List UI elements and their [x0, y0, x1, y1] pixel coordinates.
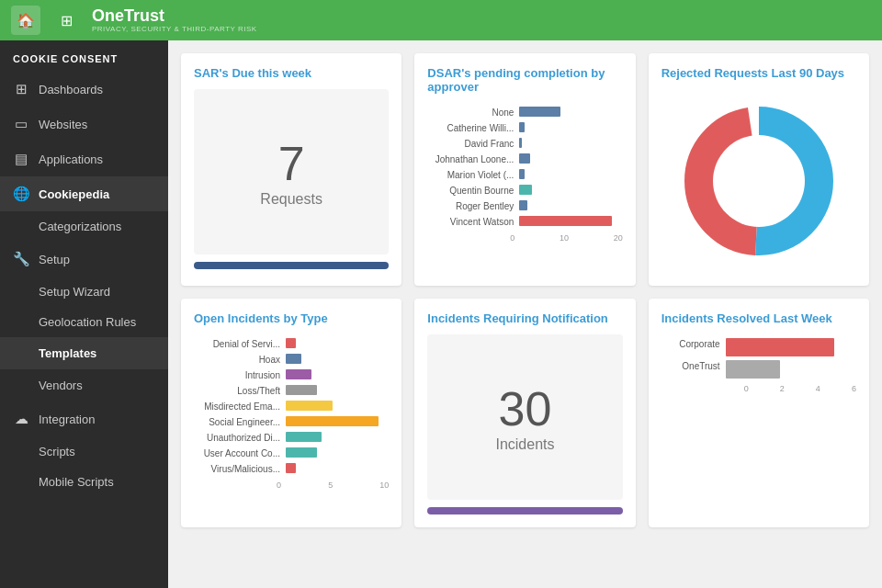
bar-track — [519, 107, 622, 118]
bar-track — [286, 447, 389, 458]
bar-label: None — [427, 107, 519, 118]
bar-fill — [286, 354, 301, 364]
bar-label: Hoax — [194, 355, 286, 365]
sidebar-label-templates: Templates — [39, 346, 96, 360]
setup-icon: 🔧 — [13, 251, 29, 267]
bar-fill — [286, 338, 296, 348]
sidebar-item-vendors[interactable]: Vendors — [0, 369, 168, 401]
brand: OneTrust PRIVACY, SECURITY & THIRD-PARTY… — [92, 7, 257, 34]
sidebar-label-vendors: Vendors — [39, 379, 83, 392]
bar-row: Marion Violet (... — [427, 169, 622, 180]
bar-fill — [726, 360, 780, 379]
bar-track — [519, 153, 622, 164]
top-nav: 🏠 ⊞ OneTrust PRIVACY, SECURITY & THIRD-P… — [0, 0, 882, 40]
grid-button[interactable]: ⊞ — [51, 6, 81, 35]
bar-row: Loss/Theft — [194, 385, 389, 396]
bar-track — [286, 432, 389, 443]
bar-track — [286, 354, 389, 365]
bar-fill — [519, 216, 612, 226]
dashboard-icon: ⊞ — [13, 81, 29, 97]
bar-row: Quentin Bourne — [427, 185, 622, 196]
bar-row: Virus/Malicious... — [194, 463, 389, 474]
bar-row: Intrusion — [194, 369, 389, 380]
bar-label: Marion Violet (... — [427, 170, 519, 180]
sidebar-item-cookiepedia[interactable]: 🌐 Cookiepedia — [0, 176, 168, 211]
sidebar-item-setup[interactable]: 🔧 Setup — [0, 242, 168, 277]
main-layout: COOKIE CONSENT ⊞ Dashboards ▭ Websites ▤… — [0, 40, 882, 588]
bar-fill — [519, 169, 525, 179]
bar-fill — [286, 401, 333, 411]
bar-row: Catherine Willi... — [427, 122, 622, 133]
bar-fill — [519, 153, 529, 164]
bar-row: Vincent Watson — [427, 216, 622, 227]
bar-label: Quentin Bourne — [427, 186, 519, 196]
dsar-chart: NoneCatherine Willi...David FrancJohnath… — [427, 103, 622, 246]
bar-row: Unauthorized Di... — [194, 432, 389, 443]
sidebar-item-setup-wizard[interactable]: Setup Wizard — [0, 277, 168, 307]
sidebar-item-scripts[interactable]: Scripts — [0, 436, 168, 467]
sidebar-item-categorizations[interactable]: Categorizations — [0, 211, 168, 242]
dashboard-grid: SAR's Due this week 7 Requests DSAR's pe… — [181, 53, 869, 527]
bar-track — [519, 200, 622, 211]
rejected-card-title: Rejected Requests Last 90 Days — [662, 66, 856, 80]
bar-label: User Account Co... — [194, 448, 286, 458]
bar-row: Social Engineer... — [194, 416, 389, 427]
sidebar-label-integration: Integration — [39, 413, 95, 426]
bar-label: Denial of Servi... — [194, 339, 286, 349]
sidebar-item-templates[interactable]: Templates — [0, 337, 168, 369]
sar-card-title: SAR's Due this week — [194, 66, 389, 80]
bar-label: Roger Bentley — [427, 201, 519, 211]
bar-fill — [519, 107, 560, 117]
bar-label: Virus/Malicious... — [194, 464, 286, 474]
brand-name: OneTrust — [92, 7, 257, 26]
bar-fill — [286, 416, 379, 426]
home-button[interactable]: 🏠 — [11, 6, 40, 35]
bar-row: Roger Bentley — [427, 200, 622, 211]
bar-track — [286, 401, 389, 412]
bar-row: Johnathan Loone... — [427, 153, 622, 164]
sidebar-label-setup: Setup — [39, 253, 70, 266]
notification-content: 30 Incidents — [427, 334, 622, 500]
sidebar-item-mobile-scripts[interactable]: Mobile Scripts — [0, 467, 168, 497]
bar-fill — [519, 200, 526, 210]
sidebar-item-integration[interactable]: ☁ Integration — [0, 401, 168, 436]
sidebar-item-dashboards[interactable]: ⊞ Dashboards — [0, 72, 168, 107]
sar-number: 7 — [278, 136, 305, 191]
sidebar-label-mobile-scripts: Mobile Scripts — [39, 475, 114, 489]
dsar-card-title: DSAR's pending completion by approver — [427, 66, 622, 94]
bar-track — [286, 338, 389, 349]
bar-track — [286, 385, 389, 396]
dsar-card: DSAR's pending completion by approver No… — [414, 53, 635, 286]
applications-icon: ▤ — [13, 151, 29, 167]
resolved-card: Incidents Resolved Last Week CorporateOn… — [649, 299, 869, 527]
brand-sub: PRIVACY, SECURITY & THIRD-PARTY RISK — [92, 25, 257, 33]
sidebar-label-geolocation: Geolocation Rules — [39, 315, 136, 329]
bar-fill — [286, 463, 296, 473]
bar-track — [519, 122, 622, 133]
bar-track — [519, 185, 622, 196]
resolved-chart: CorporateOneTrust0246 — [662, 334, 856, 397]
bar-label: Loss/Theft — [194, 386, 286, 396]
sidebar-item-geolocation[interactable]: Geolocation Rules — [0, 307, 168, 337]
sidebar-item-applications[interactable]: ▤ Applications — [0, 141, 168, 176]
bar-label: Misdirected Ema... — [194, 401, 286, 412]
donut-chart — [676, 98, 842, 264]
bar-track — [519, 169, 622, 180]
axis-labels: 01020 — [427, 232, 622, 243]
bar-row: Denial of Servi... — [194, 338, 389, 349]
resolved-card-title: Incidents Resolved Last Week — [662, 311, 856, 325]
sidebar-item-websites[interactable]: ▭ Websites — [0, 107, 168, 141]
bar-track — [726, 360, 856, 371]
rejected-card: Rejected Requests Last 90 Days — [649, 53, 869, 286]
bar-track — [286, 369, 389, 380]
bar-fill — [286, 432, 322, 442]
sidebar-section-title: COOKIE CONSENT — [0, 40, 168, 72]
websites-icon: ▭ — [13, 116, 29, 132]
bar-track — [519, 216, 622, 227]
open-incidents-chart: Denial of Servi...HoaxIntrusionLoss/Thef… — [194, 334, 389, 493]
open-incidents-title: Open Incidents by Type — [194, 311, 389, 325]
donut-container — [662, 89, 856, 273]
integration-icon: ☁ — [13, 411, 29, 427]
bar-label: Catherine Willi... — [427, 123, 519, 133]
sidebar-label-scripts: Scripts — [39, 445, 75, 458]
